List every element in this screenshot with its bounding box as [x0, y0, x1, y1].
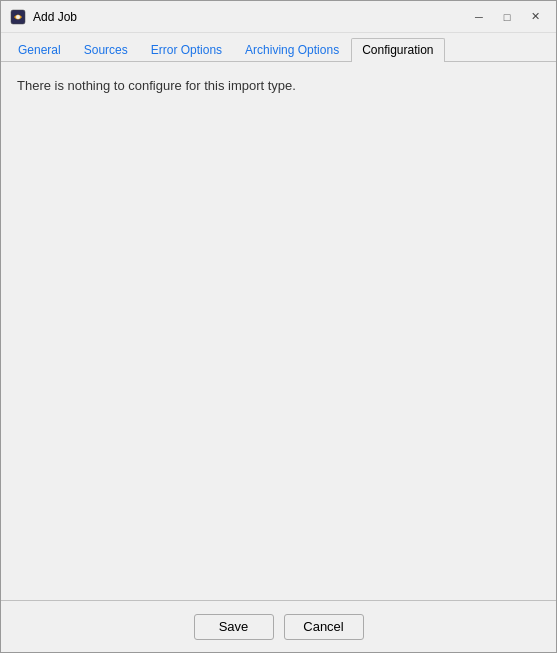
tab-archiving-options[interactable]: Archiving Options [234, 38, 350, 62]
tab-general[interactable]: General [7, 38, 72, 62]
svg-point-1 [16, 15, 20, 19]
footer: Save Cancel [1, 600, 556, 652]
save-button[interactable]: Save [194, 614, 274, 640]
tab-error-options[interactable]: Error Options [140, 38, 233, 62]
info-text: There is nothing to configure for this i… [17, 78, 296, 93]
title-bar: Add Job ─ □ ✕ [1, 1, 556, 33]
tab-configuration[interactable]: Configuration [351, 38, 444, 62]
window-controls: ─ □ ✕ [466, 7, 548, 27]
tab-sources[interactable]: Sources [73, 38, 139, 62]
window: Add Job ─ □ ✕ General Sources Error Opti… [0, 0, 557, 653]
cancel-button[interactable]: Cancel [284, 614, 364, 640]
window-title: Add Job [33, 10, 466, 24]
close-button[interactable]: ✕ [522, 7, 548, 27]
app-icon [9, 8, 27, 26]
minimize-button[interactable]: ─ [466, 7, 492, 27]
maximize-button[interactable]: □ [494, 7, 520, 27]
tab-content: There is nothing to configure for this i… [1, 62, 556, 600]
tab-bar: General Sources Error Options Archiving … [1, 33, 556, 62]
